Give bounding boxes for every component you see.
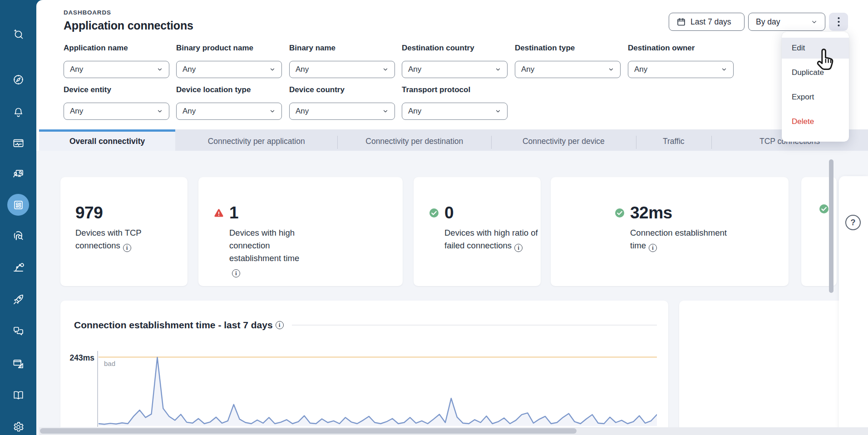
chart-info-icon[interactable]: i [276,321,284,329]
filter-select-device-entity[interactable]: Any [64,103,169,120]
filter-value: Any [408,65,421,74]
chevron-down-icon [157,66,163,73]
filter-select-binary-name[interactable]: Any [289,61,395,78]
sidebar-item-automation-arm[interactable] [7,256,29,277]
launch-rocket-icon [12,293,25,306]
chevron-down-icon [269,66,276,73]
ai-search-icon [12,28,25,40]
tab-bar: Overall connectivityConnectivity per app… [39,129,868,151]
filter-select-binary-product-name[interactable]: Any [176,61,282,78]
filter-value: Any [70,107,83,116]
sidebar-item-forensic-search[interactable] [7,225,29,247]
kpi-card-devices-with-high-connection-establishment-time: 1Devices with high connection establishm… [198,177,403,286]
sidebar-item-settings-gear[interactable] [7,416,29,435]
tab-connectivity-per-application[interactable]: Connectivity per application [175,129,337,151]
kpi-card-devices-with-tcp-connections: 979Devices with TCP connectionsi [60,177,187,286]
chat-icon [12,325,25,337]
forensic-search-icon [12,230,25,242]
kebab-menu-button[interactable] [829,13,848,31]
tab-connectivity-per-device[interactable]: Connectivity per device [491,129,636,151]
filter-select-destination-owner[interactable]: Any [628,61,734,78]
sidebar-item-design-tools[interactable] [7,353,29,375]
group-by-select[interactable]: By day [748,13,825,31]
sidebar-item-launch-rocket[interactable] [7,288,29,310]
kpi-label: Connection establishment timei [630,227,739,252]
page-title: Application connections [64,19,193,32]
chevron-down-icon [495,66,501,73]
tab-label: Overall connectivity [69,137,145,146]
filter-select-transport-protocol[interactable]: Any [402,103,508,120]
filter-select-destination-type[interactable]: Any [515,61,621,78]
tab-label: Connectivity per destination [365,137,463,146]
info-icon[interactable]: i [123,244,131,252]
filter-value: Any [182,65,196,74]
line-series [99,350,657,427]
settings-gear-icon [12,421,25,433]
info-icon[interactable]: i [649,244,657,252]
horizontal-scrollbar[interactable] [40,428,577,434]
kpi-value: 0 [444,203,454,222]
chevron-down-icon [157,108,163,114]
help-button[interactable]: ? [845,215,861,230]
chevron-down-icon [721,66,727,73]
dashboards-icon [12,199,25,211]
filter-label-device-entity: Device entity [64,85,111,94]
sidebar-item-monitoring[interactable] [7,132,29,154]
warning-icon [213,208,224,218]
success-check-icon [614,208,625,218]
filter-label-transport-protocol: Transport protocol [402,85,470,94]
tab-connectivity-per-destination[interactable]: Connectivity per destination [337,129,491,151]
filter-label-binary-name: Binary name [289,44,335,53]
tab-divider [491,136,492,149]
menu-item-delete[interactable]: Delete [782,111,849,132]
y-axis-max-label: 243ms [64,353,94,363]
tab-label: Connectivity per device [523,137,605,146]
filter-label-application-name: Application name [64,44,128,53]
filter-select-destination-country[interactable]: Any [402,61,508,78]
tab-overall-connectivity[interactable]: Overall connectivity [39,129,175,151]
info-icon[interactable]: i [232,269,240,277]
filter-select-device-location-type[interactable]: Any [176,103,282,120]
chevron-down-icon [382,66,389,73]
sidebar-item-documentation-book[interactable] [7,384,29,406]
compass-icon [12,74,25,86]
filter-value: Any [634,65,647,74]
menu-item-export[interactable]: Export [782,87,849,108]
tab-label: Traffic [663,137,685,146]
sidebar-item-dashboards[interactable] [7,194,29,216]
sidebar-item-chat[interactable] [7,320,29,342]
kpi-value: 32ms [630,203,672,222]
kpi-label: Devices with high ratio of failed connec… [444,227,542,252]
kpi-label: Devices with high connection establishme… [229,227,307,277]
notifications-bell-icon [12,106,25,119]
kebab-icon [838,17,840,27]
filter-label-device-location-type: Device location type [176,85,251,94]
sidebar-item-remote-investigation[interactable] [7,163,29,185]
filter-value: Any [408,107,421,116]
filter-label-destination-type: Destination type [515,44,575,53]
sidebar-item-ai-search[interactable] [7,23,29,45]
automation-arm-icon [12,261,25,273]
tab-label: Connectivity per application [208,137,305,146]
filter-value: Any [70,65,83,74]
filter-label-device-country: Device country [289,85,345,94]
kpi-card-devices-with-high-ratio-of-failed-connections: 0Devices with high ratio of failed conne… [414,177,541,286]
mouse-cursor-icon [815,47,837,74]
date-range-button[interactable]: Last 7 days [669,13,745,31]
kpi-value: 1 [229,203,238,222]
vertical-scrollbar[interactable] [829,159,833,293]
kpi-label: Devices with TCP connectionsi [75,227,147,252]
filter-select-application-name[interactable]: Any [64,61,169,78]
chevron-down-icon [382,108,389,114]
sidebar-item-compass[interactable] [7,69,29,90]
documentation-book-icon [12,389,25,401]
sidebar-item-notifications-bell[interactable] [7,101,29,123]
tab-divider [711,136,712,149]
filter-select-device-country[interactable]: Any [289,103,395,120]
remote-investigation-icon [12,168,25,180]
tab-traffic[interactable]: Traffic [636,129,711,151]
chevron-down-icon [495,108,501,114]
info-icon[interactable]: i [514,244,523,252]
chevron-down-icon [608,66,614,73]
title-divider [292,325,657,326]
